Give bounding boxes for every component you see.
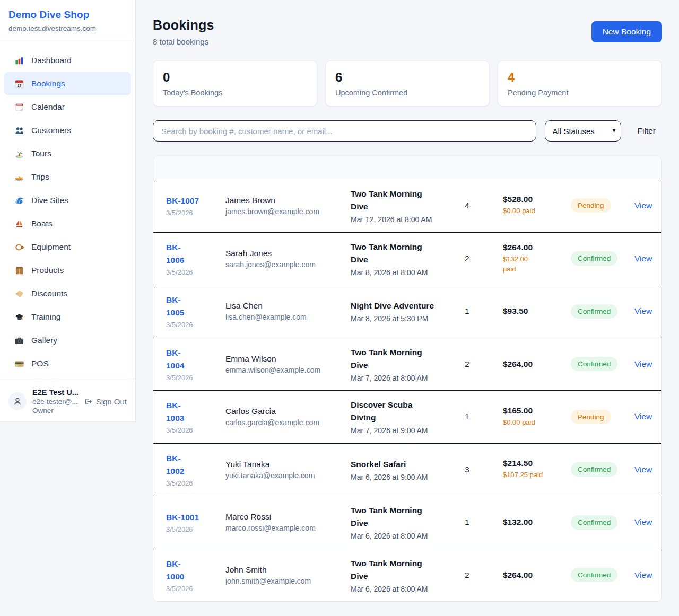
status-filter-select[interactable]: All Statuses xyxy=(545,120,621,142)
sidebar-item-label: POS xyxy=(31,359,49,368)
sidebar-item-dashboard[interactable]: Dashboard xyxy=(4,49,131,72)
stat-card: 4 Pending Payment xyxy=(498,60,662,107)
grad-cap-icon xyxy=(14,312,24,322)
total-amount: $264.00 xyxy=(503,570,570,580)
view-link[interactable]: View xyxy=(634,306,652,315)
status-badge: Confirmed xyxy=(571,515,617,530)
customer-email: yuki.tanaka@example.com xyxy=(225,471,351,480)
speedboat-icon xyxy=(14,172,24,182)
view-link[interactable]: View xyxy=(634,201,652,210)
stat-label: Upcoming Confirmed xyxy=(335,89,480,97)
booking-id-link[interactable]: BK- 1002 xyxy=(166,452,184,478)
status-badge: Confirmed xyxy=(571,462,617,477)
bookings-table: BK-1007 3/5/2026 James Brown james.brown… xyxy=(153,156,662,602)
sign-out-label: Sign Out xyxy=(96,397,127,406)
sidebar-item-label: Equipment xyxy=(31,242,71,252)
pax-count: 2 xyxy=(465,254,503,263)
main-content: Bookings 8 total bookings New Booking 0 … xyxy=(136,0,679,602)
user-role: Owner xyxy=(32,407,77,415)
customer-email: james.brown@example.com xyxy=(225,207,351,216)
view-link[interactable]: View xyxy=(634,465,652,474)
trip-name: Discover Scuba Diving xyxy=(351,399,465,424)
sign-out-icon xyxy=(83,397,92,406)
booking-id-link[interactable]: BK-1007 xyxy=(166,195,199,207)
pax-count: 2 xyxy=(465,359,503,369)
paid-amount: $0.00 paid xyxy=(503,418,570,428)
trip-datetime: Mar 6, 2026 at 9:00 AM xyxy=(351,473,465,481)
filter-button[interactable]: Filter xyxy=(631,122,662,140)
booking-id-link[interactable]: BK- 1004 xyxy=(166,347,184,372)
sidebar-item-trips[interactable]: Trips xyxy=(4,165,131,189)
sidebar-item-dive-sites[interactable]: Dive Sites xyxy=(4,189,131,212)
paid-amount: $0.00 paid xyxy=(503,206,570,216)
booking-date: 3/5/2026 xyxy=(166,209,225,217)
sidebar-item-gallery[interactable]: Gallery xyxy=(4,329,131,352)
sidebar-item-pos[interactable]: POS xyxy=(4,352,131,375)
status-badge: Confirmed xyxy=(571,251,617,266)
sidebar-item-equipment[interactable]: Equipment xyxy=(4,235,131,259)
booking-id-link[interactable]: BK- 1000 xyxy=(166,558,184,583)
island-icon xyxy=(14,148,24,159)
view-link[interactable]: View xyxy=(634,570,652,579)
booking-id-link[interactable]: BK- 1005 xyxy=(166,294,184,319)
table-row: BK- 1005 3/5/2026 Lisa Chen lisa.chen@ex… xyxy=(153,285,661,338)
shop-name: Demo Dive Shop xyxy=(8,9,127,21)
trip-name: Snorkel Safari xyxy=(351,458,465,471)
pax-count: 1 xyxy=(465,412,503,421)
customer-email: marco.rossi@example.com xyxy=(225,524,351,532)
dive-mask-icon xyxy=(14,242,24,252)
sidebar-item-label: Discounts xyxy=(31,289,67,298)
booking-id-link[interactable]: BK- 1003 xyxy=(166,399,184,425)
tag-icon xyxy=(14,288,24,299)
trip-datetime: Mar 8, 2026 at 5:30 PM xyxy=(351,314,465,323)
sidebar-nav: Dashboard 17 Bookings Calendar Customers… xyxy=(0,42,135,381)
trip-datetime: Mar 6, 2026 at 8:00 AM xyxy=(351,532,465,540)
sidebar-item-customers[interactable]: Customers xyxy=(4,119,131,142)
paid-amount: $107.25 paid xyxy=(503,470,570,480)
total-amount: $165.00 xyxy=(503,406,570,416)
avatar xyxy=(8,392,27,410)
sidebar-item-tours[interactable]: Tours xyxy=(4,142,131,165)
table-row: BK-1007 3/5/2026 James Brown james.brown… xyxy=(153,179,661,232)
view-link[interactable]: View xyxy=(634,359,652,368)
sidebar-item-boats[interactable]: Boats xyxy=(4,212,131,235)
sidebar-item-calendar[interactable]: Calendar xyxy=(4,95,131,119)
sign-out-button[interactable]: Sign Out xyxy=(83,397,127,406)
total-amount: $528.00 xyxy=(503,195,570,204)
trip-name: Two Tank Morning Dive xyxy=(351,346,465,372)
paid-amount: $132.00 paid xyxy=(503,254,570,275)
table-header-row xyxy=(153,156,661,179)
page-subtitle: 8 total bookings xyxy=(153,37,214,46)
pax-count: 4 xyxy=(465,201,503,210)
view-link[interactable]: View xyxy=(634,254,652,263)
sidebar-item-discounts[interactable]: Discounts xyxy=(4,282,131,305)
pax-count: 3 xyxy=(465,465,503,474)
stat-value: 6 xyxy=(335,70,480,85)
sailboat-icon xyxy=(14,218,24,229)
svg-text:17: 17 xyxy=(17,83,21,87)
pax-count: 1 xyxy=(465,306,503,316)
sidebar-item-training[interactable]: Training xyxy=(4,305,131,329)
sidebar-item-bookings[interactable]: 17 Bookings xyxy=(4,72,131,95)
trip-name: Two Tank Morning Dive xyxy=(351,557,465,583)
trip-datetime: Mar 7, 2026 at 8:00 AM xyxy=(351,374,465,382)
table-row: BK-1001 3/5/2026 Marco Rossi marco.rossi… xyxy=(153,496,661,549)
customer-name: Carlos Garcia xyxy=(225,407,351,416)
trip-name: Night Dive Adventure xyxy=(351,300,465,312)
search-input[interactable] xyxy=(153,120,536,142)
wave-icon xyxy=(14,195,24,206)
booking-id-link[interactable]: BK-1001 xyxy=(166,511,199,524)
trip-name: Two Tank Morning Dive xyxy=(351,241,465,266)
total-amount: $264.00 xyxy=(503,243,570,252)
trip-datetime: Mar 12, 2026 at 8:00 AM xyxy=(351,215,465,224)
page-header: Bookings 8 total bookings New Booking xyxy=(153,17,662,46)
sidebar-item-label: Dashboard xyxy=(31,56,72,65)
booking-id-link[interactable]: BK- 1006 xyxy=(166,241,184,267)
stat-card: 6 Upcoming Confirmed xyxy=(325,60,490,107)
view-link[interactable]: View xyxy=(634,412,652,421)
customer-email: lisa.chen@example.com xyxy=(225,313,351,321)
sidebar-item-products[interactable]: Products xyxy=(4,259,131,282)
sidebar-item-label: Customers xyxy=(31,126,71,135)
view-link[interactable]: View xyxy=(634,517,652,526)
new-booking-button[interactable]: New Booking xyxy=(591,21,662,42)
